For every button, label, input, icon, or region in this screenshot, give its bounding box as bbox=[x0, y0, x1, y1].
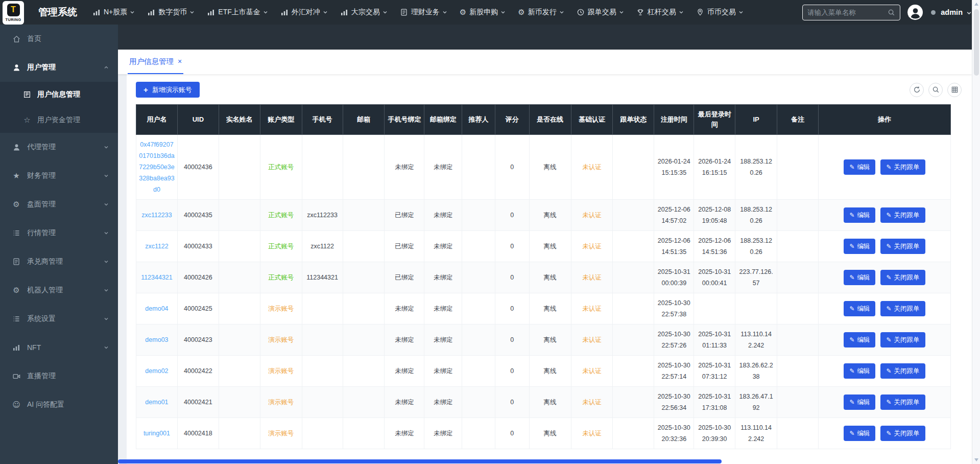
sidebar-item-acceptor-mgmt[interactable]: 承兑商管理 bbox=[0, 247, 118, 276]
username-link[interactable]: demo01 bbox=[145, 399, 168, 406]
cell-real_name bbox=[219, 135, 260, 200]
nav-menu-etf-funds[interactable]: ETF上市基金 bbox=[207, 8, 268, 17]
edit-button[interactable]: ✎编辑 bbox=[844, 239, 875, 254]
nav-menu-block-trade[interactable]: 大宗交易 bbox=[340, 8, 388, 17]
cell-real_name bbox=[219, 387, 260, 418]
col-username: 用户名 bbox=[136, 105, 178, 135]
chart-icon bbox=[280, 8, 289, 16]
edit-button[interactable]: ✎编辑 bbox=[844, 332, 875, 347]
close-follow-button[interactable]: ✎关闭跟单 bbox=[880, 270, 925, 285]
sidebar-item-user-info[interactable]: 用户信息管理 bbox=[0, 82, 118, 107]
col-follow_status: 跟单状态 bbox=[613, 105, 654, 135]
sidebar-item-robot-mgmt[interactable]: ⚙机器人管理 bbox=[0, 276, 118, 305]
edit-button[interactable]: ✎编辑 bbox=[844, 207, 875, 223]
col-account_type: 账户类型 bbox=[260, 105, 302, 135]
chevron-down-icon bbox=[619, 10, 624, 15]
menu-search-input[interactable] bbox=[807, 9, 888, 16]
search-icon[interactable] bbox=[888, 9, 895, 16]
username-link[interactable]: turing001 bbox=[144, 430, 170, 437]
add-demo-account-button[interactable]: + 新增演示账号 bbox=[136, 82, 200, 98]
username-link[interactable]: zxc1122 bbox=[145, 243, 169, 250]
cell-online: 离线 bbox=[529, 324, 571, 356]
close-follow-button[interactable]: ✎关闭跟单 bbox=[880, 332, 925, 347]
close-follow-button[interactable]: ✎关闭跟单 bbox=[880, 395, 925, 410]
cell-email bbox=[343, 262, 385, 293]
username-link[interactable]: 0x47f6920701701b36da7229b50e3e328ba8ea93… bbox=[139, 141, 175, 193]
cell-reg_time: 2025-10-30 20:32:36 bbox=[654, 418, 694, 449]
tab-user-info[interactable]: 用户信息管理 × bbox=[128, 50, 183, 74]
sidebar-item-user-funds[interactable]: ☆用户资金管理 bbox=[0, 107, 118, 133]
cell-email_bind: 未绑定 bbox=[424, 387, 462, 418]
user-chevron-down-icon[interactable] bbox=[966, 10, 972, 16]
nav-menu-crypto[interactable]: 数字货币 bbox=[147, 8, 195, 17]
cell-remark bbox=[777, 135, 819, 200]
close-follow-button[interactable]: ✎关闭跟单 bbox=[880, 363, 925, 379]
sidebar-item-user-mgmt[interactable]: 用户管理 bbox=[0, 53, 118, 82]
close-follow-button[interactable]: ✎关闭跟单 bbox=[880, 301, 925, 316]
nav-menu-copy-trade[interactable]: 跟单交易 bbox=[577, 8, 624, 17]
nav-menu-spot-trade[interactable]: 币币交易 bbox=[696, 8, 744, 17]
horizontal-scroll-thumb[interactable] bbox=[118, 459, 722, 463]
username-link[interactable]: demo04 bbox=[145, 305, 168, 312]
grid-button[interactable] bbox=[947, 83, 962, 97]
close-follow-button[interactable]: ✎关闭跟单 bbox=[880, 426, 925, 441]
nav-menu-forex-hedge[interactable]: 外汇对冲 bbox=[280, 8, 328, 17]
sidebar-item-nft[interactable]: NFT bbox=[0, 333, 118, 362]
search-button[interactable] bbox=[928, 83, 943, 97]
cell-basic_auth: 未认证 bbox=[571, 200, 613, 231]
user-name[interactable]: admin bbox=[941, 8, 963, 16]
close-follow-button-label: 关闭跟单 bbox=[894, 211, 920, 220]
table-row: demo0440002425演示账号未绑定未绑定0离线未认证2025-10-30… bbox=[136, 293, 951, 324]
cell-actions: ✎编辑✎关闭跟单 bbox=[818, 231, 950, 262]
nav-menu-wealth[interactable]: 理财业务 bbox=[400, 8, 447, 17]
cell-email_bind: 未绑定 bbox=[424, 135, 462, 200]
sidebar-subitem-label: 用户资金管理 bbox=[37, 115, 80, 125]
edit-button[interactable]: ✎编辑 bbox=[844, 270, 875, 285]
username-link[interactable]: demo03 bbox=[145, 336, 168, 343]
close-follow-button[interactable]: ✎关闭跟单 bbox=[880, 159, 925, 175]
chevron-up-icon bbox=[104, 65, 109, 70]
edit-button[interactable]: ✎编辑 bbox=[844, 159, 875, 175]
close-follow-button[interactable]: ✎关闭跟单 bbox=[880, 239, 925, 254]
refresh-button[interactable] bbox=[910, 83, 924, 97]
cell-account_type: 正式账号 bbox=[260, 135, 302, 200]
sidebar-item-finance-mgmt[interactable]: ★财务管理 bbox=[0, 161, 118, 190]
sidebar-item-panel-mgmt[interactable]: ⚙盘面管理 bbox=[0, 190, 118, 219]
sidebar-item-ai-qa[interactable]: ☺AI 问答配置 bbox=[0, 390, 118, 419]
chart-icon bbox=[207, 8, 215, 16]
vertical-scrollbar[interactable] bbox=[972, 0, 980, 464]
nav-menu-ipo-stock[interactable]: ⚙新股申购 bbox=[460, 8, 506, 17]
edit-button[interactable]: ✎编辑 bbox=[844, 363, 875, 379]
sidebar-item-home[interactable]: 首页 bbox=[0, 25, 118, 53]
close-follow-button[interactable]: ✎关闭跟单 bbox=[880, 207, 925, 223]
tab-bar: 用户信息管理 × bbox=[118, 50, 972, 74]
cell-follow_status bbox=[613, 231, 654, 262]
cell-follow_status bbox=[613, 200, 654, 231]
cell-score: 0 bbox=[495, 356, 529, 387]
edit-pencil-icon: ✎ bbox=[886, 430, 891, 437]
username-link[interactable]: zxc112233 bbox=[141, 212, 172, 219]
nav-menu-ipo-coin[interactable]: ⚙新币发行 bbox=[518, 8, 564, 17]
nav-menu-leverage[interactable]: 杠杆交易 bbox=[636, 8, 684, 17]
chevron-down-icon bbox=[738, 10, 744, 15]
nav-menu-n-stocks[interactable]: N+股票 bbox=[92, 8, 135, 17]
username-link[interactable]: demo02 bbox=[145, 367, 168, 375]
brand-logo[interactable]: T TURING bbox=[3, 1, 24, 25]
chevron-down-icon bbox=[104, 145, 109, 150]
cell-account_type: 演示账号 bbox=[260, 324, 302, 356]
cell-reg_time: 2025-12-06 14:57:02 bbox=[654, 200, 694, 231]
support-avatar-icon[interactable] bbox=[907, 5, 923, 20]
vertical-scroll-thumb[interactable] bbox=[974, 9, 979, 76]
edit-button[interactable]: ✎编辑 bbox=[844, 301, 875, 316]
sidebar-item-quote-mgmt[interactable]: 行情管理 bbox=[0, 219, 118, 247]
sidebar-item-live-mgmt[interactable]: 直播管理 bbox=[0, 362, 118, 390]
sidebar-item-system-set[interactable]: 系统设置 bbox=[0, 305, 118, 333]
edit-button[interactable]: ✎编辑 bbox=[844, 426, 875, 441]
sidebar-item-agent-mgmt[interactable]: 代理管理 bbox=[0, 133, 118, 161]
horizontal-scrollbar[interactable] bbox=[118, 459, 972, 463]
scroll-up-arrow-icon[interactable] bbox=[974, 3, 978, 6]
scroll-down-arrow-icon[interactable] bbox=[974, 458, 978, 461]
username-link[interactable]: 112344321 bbox=[141, 274, 173, 281]
edit-button[interactable]: ✎编辑 bbox=[844, 395, 875, 410]
tab-close-icon[interactable]: × bbox=[178, 57, 182, 65]
